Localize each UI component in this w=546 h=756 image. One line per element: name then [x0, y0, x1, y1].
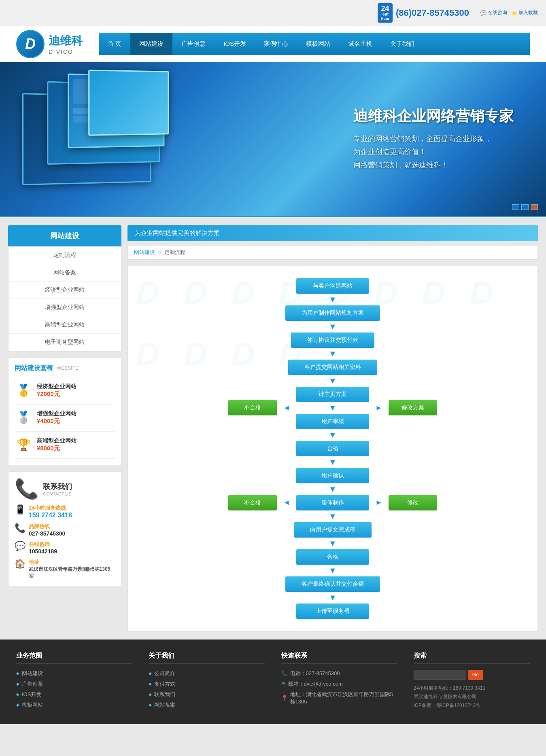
contact-header: 📞 联系我们 CONTACT US — [15, 478, 115, 500]
banner-dot-2[interactable] — [521, 204, 529, 210]
footer: 业务范围 ◆ 网站建设 ◆ 广告创意 ◆ IOS开发 ◆ 模板网站 关于我们 ◆… — [0, 640, 546, 724]
contact-card: 📞 联系我们 CONTACT US 📱 24小时服务热线 159 2742 34… — [8, 471, 121, 586]
sidebar-nav: 定制流程 网站备案 经济型企业网站 增强型企业网站 高端型企业网站 电子商务型网… — [8, 246, 121, 352]
flow-step-5: 计主页方案 — [296, 387, 369, 402]
footer-about-title: 关于我们 — [149, 652, 265, 664]
medal-platinum: 🏆 — [15, 435, 33, 455]
footer-business-item-2[interactable]: ◆ 广告创意 — [16, 680, 132, 688]
top-links: 💬 在线咨询 ⭐ 加入收藏 — [480, 9, 538, 16]
nav-about[interactable]: 关于我们 — [381, 33, 423, 55]
banner-sub2: 为企业创造更高价值！ — [353, 145, 514, 158]
footer-about: 关于我们 ◆ 公司简介 ◆ 支付方式 ◆ 联系我们 ◆ 网站备案 — [149, 652, 265, 712]
logo-icon: D — [16, 30, 45, 58]
banner-overlay: 迪维科企业网络营销专家 专业的网络营销策划，全面提高企业形象， 为企业创造更高价… — [0, 62, 546, 216]
arrow-6: ▼ — [329, 429, 337, 441]
arrow-left-1: ◄ — [283, 404, 290, 412]
footer-phone: 📞 电话：027-85745300 — [281, 670, 397, 677]
flow-step-9: 整体制作 — [296, 495, 369, 510]
footer-about-item-4[interactable]: ◆ 网站备案 — [149, 701, 265, 709]
nav-ios[interactable]: IOS开发 — [215, 33, 255, 55]
banner-dot-3[interactable] — [531, 204, 538, 210]
footer-search-col: 搜索 Go 24小时服务热线：189 7139 3411 武汉迪维科信息技术有限… — [414, 652, 530, 712]
phone-number: (86)027-85745300 — [396, 8, 469, 18]
nav-cases[interactable]: 案例中心 — [255, 33, 297, 55]
nav-ad[interactable]: 广告创意 — [172, 33, 215, 55]
sidebar-item-filing[interactable]: 网站备案 — [8, 264, 121, 282]
package-economy-name: 经济型企业网站 — [37, 383, 115, 390]
package-economy-info: 经济型企业网站 ¥2000元 — [37, 383, 115, 398]
package-item-highend[interactable]: 🏆 高端型企业网站 ¥8000元 — [15, 432, 115, 459]
footer-email: ✉ 邮箱：dvic@d-vco.com — [281, 680, 397, 688]
footer-about-item-1[interactable]: ◆ 公司简介 — [149, 670, 265, 677]
banner-dot-1[interactable] — [512, 204, 519, 210]
bullet-icon: ◆ — [16, 703, 19, 707]
footer-business-item-4[interactable]: ◆ 模板网站 — [16, 701, 132, 709]
chat-bubble-icon: 💬 — [15, 541, 25, 551]
sidebar: 网站建设 定制流程 网站备案 经济型企业网站 增强型企业网站 高端型企业网站 电… — [8, 225, 121, 631]
package-highend-price: ¥8000元 — [37, 445, 115, 452]
nav-home[interactable]: 首 页 — [99, 33, 130, 55]
arrow-4: ▼ — [329, 375, 337, 387]
flow-step-7: 合格 — [296, 441, 369, 456]
logo-en-name: D-VICO — [49, 49, 83, 55]
footer-about-item-3[interactable]: ◆ 联系我们 — [149, 691, 265, 698]
footer-search-button[interactable]: Go — [468, 670, 483, 680]
footer-about-item-2[interactable]: ◆ 支付方式 — [149, 680, 265, 688]
email-icon: ✉ — [281, 681, 286, 687]
nav-domain[interactable]: 域名主机 — [339, 33, 381, 55]
footer-business-item-3[interactable]: ◆ IOS开发 — [16, 691, 132, 698]
flow-step-3: 签订协议并交预付款 — [291, 332, 374, 348]
online-number: 105042189 — [29, 548, 57, 555]
sidebar-item-highend[interactable]: 高端型企业网站 — [8, 316, 121, 334]
package-en: WEBSITE — [57, 365, 79, 371]
hotline-info: 24小时服务热线 159 2742 3418 — [29, 504, 72, 519]
sidebar-package: 网站建设套餐 WEBSITE 🥇 经济型企业网站 ¥2000元 🥈 增强型企业网… — [8, 358, 121, 465]
footer-info: 24小时服务热线：189 7139 3411 武汉迪维科信息技术有限公司 ICP… — [414, 684, 530, 710]
sidebar-item-custom-flow[interactable]: 定制流程 — [8, 247, 121, 264]
nav-template[interactable]: 模板网站 — [297, 33, 339, 55]
breadcrumb-current: 定制流程 — [164, 249, 185, 256]
bullet-icon: ◆ — [149, 671, 152, 676]
contact-online[interactable]: 💬 在线咨询 105042189 — [15, 541, 115, 555]
content-wrapper: 网站建设 定制流程 网站备案 经济型企业网站 增强型企业网站 高端型企业网站 电… — [0, 217, 546, 640]
sidebar-item-enhanced[interactable]: 增强型企业网站 — [8, 299, 121, 316]
page-header: 为企业网站提供完美的解决方案 — [127, 225, 538, 241]
star-icon: ⭐ — [511, 10, 517, 16]
sidebar-item-economy[interactable]: 经济型企业网站 — [8, 282, 121, 299]
breadcrumb-home[interactable]: 网站建设 — [134, 249, 155, 256]
nav-bar: 首 页 网站建设 广告创意 IOS开发 案例中心 模板网站 域名主机 关于我们 — [99, 33, 530, 55]
bookmark-link[interactable]: ⭐ 加入收藏 — [511, 9, 538, 16]
package-enhanced-price: ¥4000元 — [37, 417, 115, 425]
footer-search-input[interactable] — [414, 670, 466, 680]
bullet-icon: ◆ — [149, 703, 152, 707]
banner-dots — [512, 204, 538, 210]
logo-area: D 迪维科 D-VICO — [16, 30, 83, 58]
contact-hotline: 📱 24小时服务热线 159 2742 3418 — [15, 504, 115, 519]
arrow-2: ▼ — [329, 321, 337, 332]
flow-chart: 与客户沟通网站 ▼ 为用户制作网站规划方案 ▼ 签订协议并交预付款 ▼ 客户提交… — [136, 278, 529, 619]
package-enhanced-info: 增强型企业网站 ¥4000元 — [37, 410, 115, 425]
sidebar-item-ecommerce[interactable]: 电子商务型网站 — [8, 334, 121, 351]
package-title: 网站建设套餐 — [15, 364, 53, 373]
nav-website[interactable]: 网站建设 — [130, 33, 172, 55]
contact-title: 联系我们 — [43, 482, 72, 491]
address-label: 地址 — [29, 559, 115, 566]
sidebar-header: 网站建设 — [8, 225, 121, 246]
footer-hotline-info: 24小时服务热线：189 7139 3411 — [414, 684, 530, 693]
flow-center-col-1: 计主页方案 ▼ 用户审核 — [296, 387, 369, 429]
flow-row-9: 不合格 ◄ 整体制作 ► 修改 — [136, 495, 529, 510]
hotline-label: 24小时服务热线 — [29, 504, 72, 512]
package-item-enhanced[interactable]: 🥈 增强型企业网站 ¥4000元 — [15, 404, 115, 432]
24hour-badge: 24 小时 Hour — [378, 3, 393, 23]
online-consult-link[interactable]: 💬 在线咨询 — [480, 9, 507, 16]
contact-brand: 📞 品牌热线 027-85745300 — [15, 523, 115, 537]
package-item-economy[interactable]: 🥇 经济型企业网站 ¥2000元 — [15, 377, 115, 404]
footer-icp: ICP备案：鄂ICP备12013743号 — [414, 701, 530, 710]
footer-contact-title: 快速联系 — [281, 652, 397, 664]
footer-business-item-1[interactable]: ◆ 网站建设 — [16, 670, 132, 677]
main-content: 为企业网站提供完美的解决方案 网站建设 ＞ 定制流程 D D D D D D D… — [127, 225, 538, 631]
footer-search-title: 搜索 — [414, 652, 530, 664]
footer-contact: 快速联系 📞 电话：027-85745300 ✉ 邮箱：dvic@d-vco.c… — [281, 652, 397, 712]
package-economy-price: ¥2000元 — [37, 390, 115, 398]
address-info: 地址 武汉市江汉区青年路万景国际5栋1305室 — [29, 559, 115, 580]
